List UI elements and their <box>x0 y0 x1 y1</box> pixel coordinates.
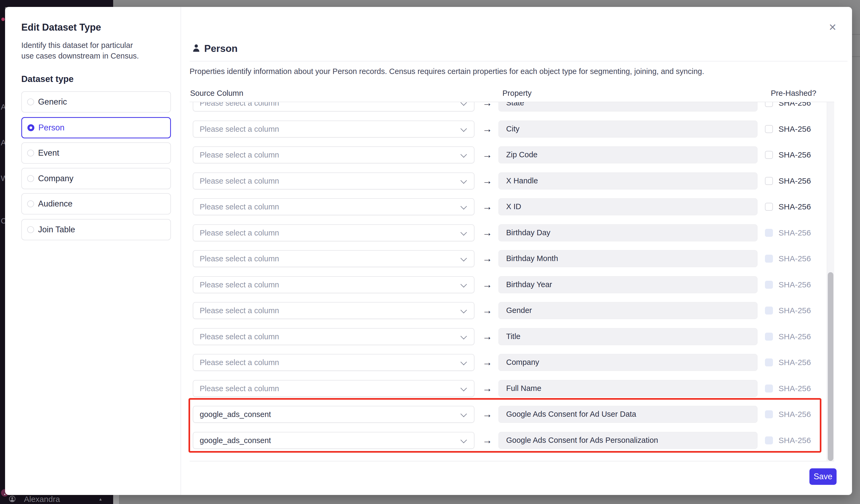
chevron-down-icon <box>460 151 467 158</box>
mapping-row-company: Please select a column → Company SHA-256 <box>189 354 827 371</box>
person-icon <box>192 44 200 53</box>
hash-type-label: SHA-256 <box>778 121 811 137</box>
save-button[interactable]: Save <box>809 468 836 485</box>
dataset-type-option-audience[interactable]: Audience <box>21 193 171 214</box>
property-field: City <box>499 121 758 137</box>
app-nav-item-truncated: C <box>1 217 5 225</box>
arrow-right-icon: → <box>482 432 492 449</box>
mapping-rows-scroll-area: Please select a column → State SHA-256 P… <box>189 102 834 461</box>
mapping-row-state: Please select a column → State SHA-256 <box>189 102 827 112</box>
edit-dataset-type-modal: ✕ Edit Dataset Type Identify this datase… <box>5 7 852 495</box>
user-avatar-icon <box>9 495 16 502</box>
app-sidebar-left-edge: A A W C <box>0 7 5 495</box>
hash-type-label: SHA-256 <box>778 198 811 215</box>
modal-description: Identify this dataset for particular use… <box>21 40 146 61</box>
dataset-type-option-company[interactable]: Company <box>21 168 171 189</box>
property-field: Title <box>499 328 758 345</box>
prehashed-checkbox-disabled <box>765 307 773 314</box>
source-column-select[interactable]: google_ads_consent <box>193 432 474 449</box>
source-column-select[interactable]: Please select a column <box>193 198 474 215</box>
scrollbar-thumb[interactable] <box>828 272 833 461</box>
prehashed-checkbox[interactable] <box>765 151 773 159</box>
mapping-row-title: Please select a column → Title SHA-256 <box>189 328 827 345</box>
dataset-type-heading: Dataset type <box>21 74 73 84</box>
modal-title: Edit Dataset Type <box>21 22 101 33</box>
mapping-row-full-name: Please select a column → Full Name SHA-2… <box>189 380 827 397</box>
hash-type-label: SHA-256 <box>778 146 811 163</box>
source-column-select[interactable]: Please select a column <box>193 380 474 397</box>
chevron-down-icon <box>460 333 467 339</box>
property-field: Google Ads Consent for Ad User Data <box>499 406 758 423</box>
chevron-down-icon <box>460 255 467 261</box>
radio-icon <box>27 99 34 105</box>
arrow-right-icon: → <box>482 302 492 319</box>
source-column-select[interactable]: Please select a column <box>193 302 474 319</box>
radio-selected-icon <box>27 124 34 131</box>
header-divider <box>189 61 847 61</box>
arrow-right-icon: → <box>482 328 492 345</box>
dataset-type-option-event[interactable]: Event <box>21 142 171 164</box>
prehashed-checkbox[interactable] <box>765 203 773 211</box>
source-column-select[interactable]: Please select a column <box>193 250 474 267</box>
property-field: Birthday Day <box>499 224 758 241</box>
chevron-down-icon <box>460 385 467 391</box>
app-logo-dot <box>1 18 5 21</box>
radio-icon <box>27 201 34 207</box>
background-page-edge <box>113 495 119 504</box>
radio-icon <box>27 150 34 157</box>
arrow-right-icon: → <box>482 406 492 423</box>
mapping-row-birthday-year: Please select a column → Birthday Year S… <box>189 276 827 293</box>
column-header-source: Source Column <box>190 89 243 98</box>
mapping-row-zip-code: Please select a column → Zip Code SHA-25… <box>189 146 827 163</box>
property-field: X Handle <box>499 173 758 190</box>
dataset-type-option-join-table[interactable]: Join Table <box>21 219 171 240</box>
source-column-select[interactable]: google_ads_consent <box>193 406 474 423</box>
source-column-select[interactable]: Please select a column <box>193 121 474 137</box>
hash-type-label: SHA-256 <box>778 102 811 112</box>
scrollbar-track[interactable] <box>827 102 834 461</box>
background-row-divider <box>852 34 860 35</box>
hash-type-label: SHA-256 <box>778 380 811 397</box>
dataset-type-option-person[interactable]: Person <box>21 117 171 138</box>
prehashed-checkbox[interactable] <box>765 125 773 133</box>
modal-sidebar: Edit Dataset Type Identify this dataset … <box>5 7 181 495</box>
prehashed-checkbox-disabled <box>765 385 773 392</box>
property-field: State <box>499 102 758 112</box>
prehashed-checkbox-disabled <box>765 229 773 237</box>
property-field: Zip Code <box>499 146 758 163</box>
source-column-select[interactable]: Please select a column <box>193 276 474 293</box>
column-header-prehashed: Pre-Hashed? <box>771 89 816 98</box>
chevron-down-icon <box>460 437 467 443</box>
prehashed-checkbox[interactable] <box>765 102 773 107</box>
arrow-right-icon: → <box>482 146 492 163</box>
source-column-select[interactable]: Please select a column <box>193 173 474 190</box>
chevron-down-icon <box>460 359 467 365</box>
background-row-divider <box>852 56 860 57</box>
source-column-select[interactable]: Please select a column <box>193 102 474 112</box>
prehashed-checkbox[interactable] <box>765 177 773 185</box>
mapping-row-birthday-month: Please select a column → Birthday Month … <box>189 250 827 267</box>
prehashed-checkbox-disabled <box>765 332 773 341</box>
close-icon[interactable]: ✕ <box>827 21 838 33</box>
hash-type-label: SHA-256 <box>778 276 811 293</box>
app-nav-item-truncated: A <box>1 138 5 147</box>
user-menu[interactable]: Alexandra ▲ <box>0 495 113 504</box>
property-field: Gender <box>499 302 758 319</box>
radio-icon <box>27 226 34 233</box>
arrow-right-icon: → <box>482 250 492 267</box>
chevron-down-icon <box>460 281 467 287</box>
arrow-right-icon: → <box>482 354 492 371</box>
chevron-down-icon <box>460 125 467 132</box>
dataset-type-option-generic[interactable]: Generic <box>21 91 171 113</box>
source-column-select[interactable]: Please select a column <box>193 146 474 163</box>
source-column-select[interactable]: Please select a column <box>193 328 474 345</box>
mapping-row-x-id: Please select a column → X ID SHA-256 <box>189 198 827 215</box>
radio-icon <box>27 175 34 182</box>
prehashed-checkbox-disabled <box>765 358 773 367</box>
source-column-select[interactable]: Please select a column <box>193 354 474 371</box>
source-column-select[interactable]: Please select a column <box>193 224 474 241</box>
hash-type-label: SHA-256 <box>778 302 811 319</box>
chevron-down-icon <box>460 307 467 313</box>
property-field: Company <box>499 354 758 371</box>
arrow-right-icon: → <box>482 380 492 397</box>
